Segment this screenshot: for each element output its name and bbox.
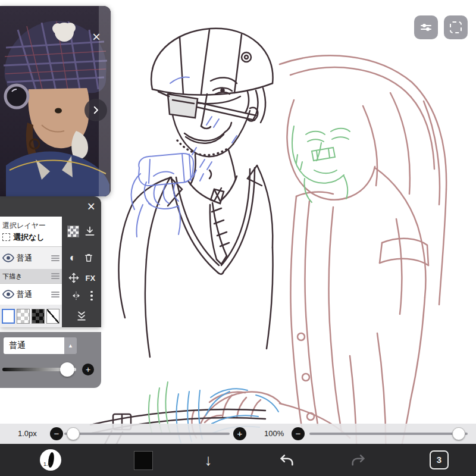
opacity-slider-knob[interactable] xyxy=(60,362,74,377)
zoom-slider-track[interactable] xyxy=(309,433,468,435)
trash-icon[interactable] xyxy=(83,252,94,264)
layer-blend-label: 普通 xyxy=(17,289,49,300)
sketch-dark-character xyxy=(89,29,273,475)
selection-none-label: 選択なし xyxy=(13,232,45,243)
brush-size-minus-button[interactable]: − xyxy=(50,427,63,440)
layer-row-1[interactable]: 普通 xyxy=(0,246,62,269)
swatch-white[interactable] xyxy=(2,309,15,324)
flip-horizontal-icon[interactable] xyxy=(70,290,82,301)
contrast-icon[interactable]: ◐ xyxy=(69,252,76,263)
swatch-checker-dark[interactable] xyxy=(32,309,45,324)
blend-mode-select[interactable]: 普通 xyxy=(4,337,64,354)
layers-panel-button[interactable]: 3 xyxy=(430,450,449,469)
layer-options-panel: 普通 ▲ + xyxy=(0,332,101,388)
layer-row-2[interactable]: 普通 xyxy=(0,283,62,305)
tool-property-button[interactable] xyxy=(414,15,438,39)
zoom-minus-button[interactable]: − xyxy=(292,427,305,440)
bottom-slider-strip: 1.0px − + 100% − xyxy=(0,424,476,444)
layer-blend-label: 普通 xyxy=(17,253,49,264)
layer-panel-header: × xyxy=(0,196,101,217)
brush-size-value: 1.0px xyxy=(18,424,37,444)
brush-size-badge: 1.0 xyxy=(43,461,51,467)
transparency-checker-icon[interactable] xyxy=(67,226,79,237)
chevron-right-icon[interactable] xyxy=(84,99,107,121)
selection-layer-title: 選択レイヤー xyxy=(2,221,46,231)
visibility-eye-icon[interactable] xyxy=(2,253,14,262)
drag-handle-icon[interactable] xyxy=(51,292,60,298)
merge-down-icon[interactable] xyxy=(76,310,87,322)
redo-icon[interactable] xyxy=(350,452,367,468)
swatch-checker-light[interactable] xyxy=(17,309,30,324)
selection-dashed-icon xyxy=(2,233,10,241)
opacity-plus-button[interactable]: + xyxy=(82,364,94,375)
zoom-slider-knob[interactable] xyxy=(452,427,465,440)
current-color-swatch[interactable] xyxy=(134,451,153,470)
selection-tool-button[interactable] xyxy=(444,15,468,39)
selection-layer-info: 選択レイヤー 選択なし xyxy=(0,217,62,246)
bottom-toolbar: 1.0 ↓ 3 xyxy=(0,444,476,476)
swatch-row xyxy=(0,305,62,327)
brush-size-plus-button[interactable]: + xyxy=(233,427,246,440)
dashed-selection-icon xyxy=(450,21,462,33)
undo-icon[interactable] xyxy=(278,452,295,468)
zoom-value: 100% xyxy=(264,424,284,444)
sketch-rose-character xyxy=(192,55,447,475)
reference-image-panel[interactable]: × xyxy=(0,6,111,196)
brush-size-slider-track[interactable] xyxy=(64,433,230,435)
move-icon[interactable] xyxy=(68,272,80,284)
down-arrow-button[interactable]: ↓ xyxy=(196,444,220,476)
fx-button[interactable]: FX xyxy=(86,274,96,283)
close-icon[interactable]: × xyxy=(87,198,95,215)
brush-size-slider-knob[interactable] xyxy=(67,427,80,440)
visibility-eye-icon[interactable] xyxy=(2,290,14,299)
drag-handle-icon[interactable] xyxy=(51,255,60,261)
paint-app-window: × × 選択レイヤー 選択なし xyxy=(0,0,476,476)
layer-panel: × 選択レイヤー 選択なし 普通 xyxy=(0,196,101,327)
swatch-diagonal[interactable] xyxy=(46,309,60,324)
layer-count-badge: 3 xyxy=(437,455,441,465)
brush-tip-preview-icon xyxy=(40,449,61,471)
brush-tool-button[interactable]: 1.0 xyxy=(40,449,61,471)
dropdown-up-icon[interactable]: ▲ xyxy=(64,337,77,354)
sliders-toggle-icon xyxy=(419,20,433,35)
drag-handle-icon[interactable] xyxy=(51,273,60,279)
layer-group-label: 下描き xyxy=(2,272,49,281)
more-menu-icon[interactable] xyxy=(90,291,93,301)
layer-group-row[interactable]: 下描き xyxy=(0,269,62,283)
import-download-icon[interactable] xyxy=(84,226,96,237)
close-icon[interactable]: × xyxy=(88,29,105,45)
